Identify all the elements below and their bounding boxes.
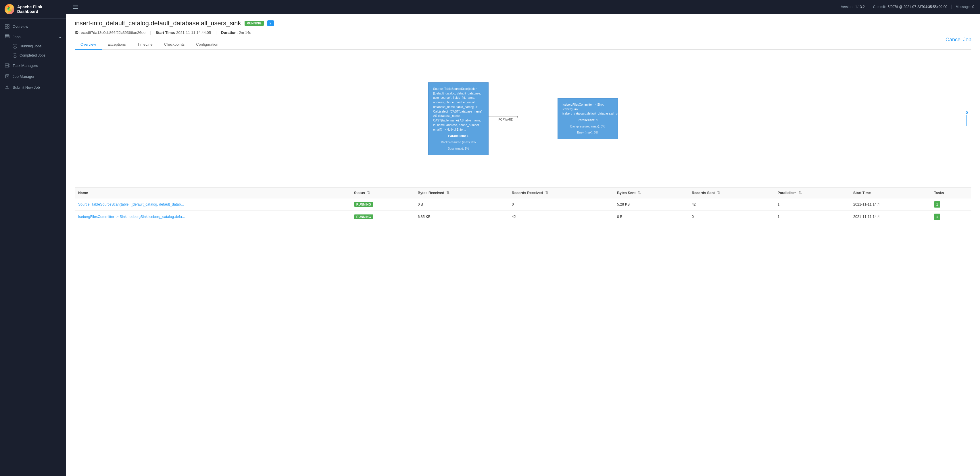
row2-status: RUNNING [351, 211, 414, 223]
col-status[interactable]: Status ⇅ [351, 188, 414, 198]
job-title: insert-into_default_catalog.default_data… [75, 19, 241, 27]
tab-configuration[interactable]: Configuration [190, 39, 224, 50]
sidebar-item-jobs[interactable]: Jobs ▲ [0, 32, 66, 41]
sidebar-item-running-jobs[interactable]: ○ Running Jobs [13, 41, 66, 51]
svg-rect-3 [8, 27, 9, 29]
tab-timeline[interactable]: TimeLine [132, 39, 158, 50]
job-status-badge: RUNNING [245, 21, 264, 26]
table-row: IcebergFilesCommitter -> Sink: IcebergSi… [75, 211, 971, 223]
table-header: Name Status ⇅ Bytes Received ⇅ Records R… [75, 188, 971, 198]
col-name[interactable]: Name [75, 188, 351, 198]
sidebar-item-overview-label: Overview [13, 24, 28, 29]
job-parallelism-badge: 2 [267, 21, 274, 26]
app-title: Apache Flink Dashboard [17, 5, 62, 14]
upload-icon [5, 85, 10, 90]
message-value: 0 [972, 5, 974, 9]
job-duration-label: Duration: [221, 30, 238, 35]
version-label: Version: [841, 5, 853, 9]
col-bytes-received[interactable]: Bytes Received ⇅ [414, 188, 508, 198]
row1-name[interactable]: Source: TableSourceScan(table=[[default_… [75, 198, 351, 211]
svg-point-9 [8, 64, 9, 65]
scroll-line [966, 115, 967, 126]
svg-rect-2 [5, 27, 7, 29]
commit-label: Commit: [873, 5, 886, 9]
svg-rect-0 [5, 24, 7, 26]
sidebar-item-completed-jobs[interactable]: ○ Completed Jobs [13, 51, 66, 60]
arrow-label: FORWARD [498, 118, 513, 121]
jobs-table-wrapper: Name Status ⇅ Bytes Received ⇅ Records R… [75, 188, 971, 223]
sort-bytes-sent-icon: ⇅ [638, 190, 641, 195]
source-node[interactable]: Source: TableSourceScan(table=[[default_… [428, 83, 488, 155]
col-parallelism[interactable]: Parallelism ⇅ [774, 188, 850, 198]
tab-exceptions[interactable]: Exceptions [102, 39, 132, 50]
svg-rect-6 [5, 35, 9, 36]
col-tasks[interactable]: Tasks [931, 188, 971, 198]
sidebar-job-manager-label: Job Manager [13, 75, 35, 79]
message-label: Message: [956, 5, 970, 9]
meta-sep-2: | [216, 30, 216, 35]
source-node-backpressured: Backpressured (max): 0% [433, 140, 484, 145]
table-body: Source: TableSourceScan(table=[[default_… [75, 198, 971, 223]
row1-tasks: 1 [931, 198, 971, 211]
col-records-sent[interactable]: Records Sent ⇅ [688, 188, 774, 198]
tab-checkpoints[interactable]: Checkpoints [158, 39, 191, 50]
sort-parallelism-icon: ⇅ [799, 190, 802, 195]
sidebar-item-job-manager[interactable]: Job Manager [0, 71, 66, 82]
source-node-text: Source: TableSourceScan(table=[[default_… [433, 87, 484, 132]
topbar-left [72, 4, 79, 10]
sidebar-logo: 🦜 Apache Flink Dashboard [0, 0, 66, 19]
job-duration-value: 2m 14s [239, 30, 251, 35]
server-icon [5, 63, 10, 68]
sort-records-sent-icon: ⇅ [717, 190, 720, 195]
row1-bytes-sent: 5.28 KB [614, 198, 688, 211]
scroll-dot [966, 111, 968, 114]
row1-records-received: 0 [508, 198, 614, 211]
package-icon [5, 74, 10, 79]
topbar: Version: 1.13.2 Commit: 5f007ff @ 2021-0… [66, 0, 980, 14]
layers-icon [5, 34, 10, 39]
row1-records-sent: 42 [688, 198, 774, 211]
sidebar-completed-jobs-label: Completed Jobs [19, 53, 45, 57]
commit-value: 5f007ff @ 2021-07-23T04:35:55+02:00 [888, 5, 947, 9]
job-header: insert-into_default_catalog.default_data… [75, 19, 971, 27]
running-jobs-icon: ○ [13, 44, 17, 49]
scroll-indicator [966, 111, 968, 126]
tab-overview[interactable]: Overview [75, 39, 102, 50]
jobs-table: Name Status ⇅ Bytes Received ⇅ Records R… [75, 188, 971, 223]
sidebar-running-jobs-label: Running Jobs [19, 44, 41, 48]
col-start-time[interactable]: Start Time [850, 188, 931, 198]
row1-status: RUNNING [351, 198, 414, 211]
version-value: 1.13.2 [855, 5, 864, 9]
sink-node-backpressured: Backpressured (max): 0% [562, 124, 613, 129]
sidebar-item-task-managers[interactable]: Task Managers [0, 60, 66, 71]
sink-node[interactable]: IcebergFilesCommitter -> Sink: IcebergSi… [558, 98, 618, 139]
job-diagram: Source: TableSourceScan(table=[[default_… [75, 50, 971, 188]
page-content: insert-into_default_catalog.default_data… [66, 14, 980, 476]
svg-rect-5 [5, 37, 9, 38]
sidebar-submit-job-label: Submit New Job [13, 85, 40, 90]
svg-rect-4 [5, 36, 9, 37]
job-id-value: eced97da13c0cb866f22c39366ae26ee [81, 30, 145, 35]
row2-bytes-sent: 0 B [614, 211, 688, 223]
row1-bytes-received: 0 B [414, 198, 508, 211]
svg-rect-1 [8, 24, 9, 26]
topbar-right: Version: 1.13.2 Commit: 5f007ff @ 2021-0… [841, 5, 974, 9]
cancel-job-button[interactable]: Cancel Job [945, 37, 971, 43]
topbar-divider-2 [951, 5, 951, 9]
sort-status-icon: ⇅ [367, 190, 370, 195]
row2-records-received: 42 [508, 211, 614, 223]
row2-records-sent: 0 [688, 211, 774, 223]
source-node-busy: Busy (max): 1% [433, 146, 484, 151]
col-bytes-sent[interactable]: Bytes Sent ⇅ [614, 188, 688, 198]
flow-arrow: FORWARD [488, 117, 523, 121]
menu-icon[interactable] [72, 4, 79, 10]
sidebar-item-submit-new-job[interactable]: Submit New Job [0, 82, 66, 93]
sidebar-item-overview[interactable]: Overview [0, 21, 66, 32]
col-records-received[interactable]: Records Received ⇅ [508, 188, 614, 198]
row2-name[interactable]: IcebergFilesCommitter -> Sink: IcebergSi… [75, 211, 351, 223]
svg-point-10 [8, 66, 9, 67]
row2-tasks: 1 [931, 211, 971, 223]
logo-icon: 🦜 [5, 4, 14, 14]
job-start-time-label: Start Time: [156, 30, 175, 35]
row1-parallelism: 1 [774, 198, 850, 211]
